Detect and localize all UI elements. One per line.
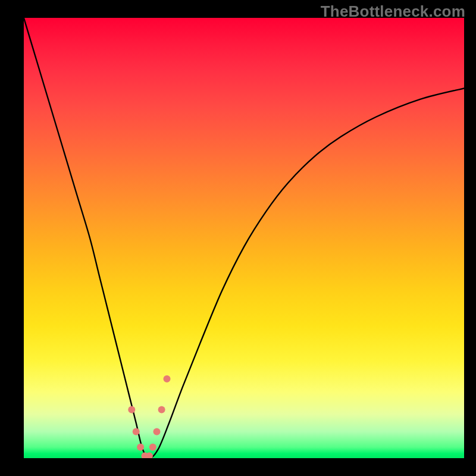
minimum-marker [153, 428, 160, 436]
bottleneck-curve [24, 18, 464, 458]
minimum-marker [128, 406, 135, 414]
minimum-marker [149, 444, 156, 451]
plot-area [24, 18, 464, 458]
minimum-marker [133, 428, 140, 436]
curve-layer [24, 18, 464, 458]
minimum-marker [137, 444, 144, 451]
minimum-marker [158, 406, 165, 414]
chart-frame: TheBottleneck.com [0, 0, 476, 476]
minimum-marker [164, 375, 171, 383]
